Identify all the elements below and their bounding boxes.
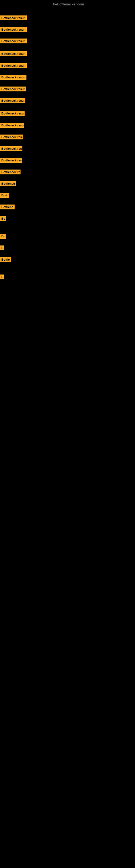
- vertical-line: [3, 814, 3, 820]
- bottleneck-badge: Bottlene: [0, 205, 14, 209]
- bottleneck-badge: Bottleneck resu: [0, 123, 24, 128]
- bottleneck-badge: Bottlenec: [0, 181, 16, 186]
- bottleneck-badge: Bottleneck result: [0, 75, 27, 80]
- bottleneck-badge: Bottleneck result: [0, 51, 27, 56]
- site-title: TheBottlenecker.com: [0, 2, 135, 6]
- bottleneck-badge: Bottleneck result: [0, 38, 27, 43]
- bottleneck-badge: Bottleneck result: [0, 98, 25, 103]
- vertical-line: [3, 488, 3, 516]
- bottleneck-badge: Bo: [0, 216, 6, 221]
- vertical-line: [3, 760, 3, 770]
- bottleneck-badge: Bottle: [0, 257, 11, 262]
- bottleneck-badge: Bottleneck result: [0, 16, 27, 20]
- vertical-line: [3, 529, 3, 551]
- bottleneck-badge: Bottleneck result: [0, 111, 25, 116]
- bottleneck-badge: Bottleneck result: [0, 27, 27, 32]
- bottleneck-badge: Bottleneck resu: [0, 134, 23, 140]
- bottleneck-badge: Bottleneck res: [0, 146, 22, 151]
- bottleneck-badge: Bott: [0, 193, 9, 198]
- bottleneck-badge: B: [0, 275, 4, 279]
- vertical-line: [3, 786, 3, 795]
- bottleneck-badge: Bottleneck result: [0, 63, 27, 68]
- bottleneck-badge: B: [0, 246, 4, 250]
- vertical-line: [3, 556, 3, 572]
- bottleneck-badge: Bo: [0, 234, 6, 239]
- bottleneck-badge: Bottleneck re: [0, 169, 20, 175]
- bottleneck-badge: Bottleneck res: [0, 158, 22, 163]
- bottleneck-badge: Bottleneck result: [0, 87, 26, 91]
